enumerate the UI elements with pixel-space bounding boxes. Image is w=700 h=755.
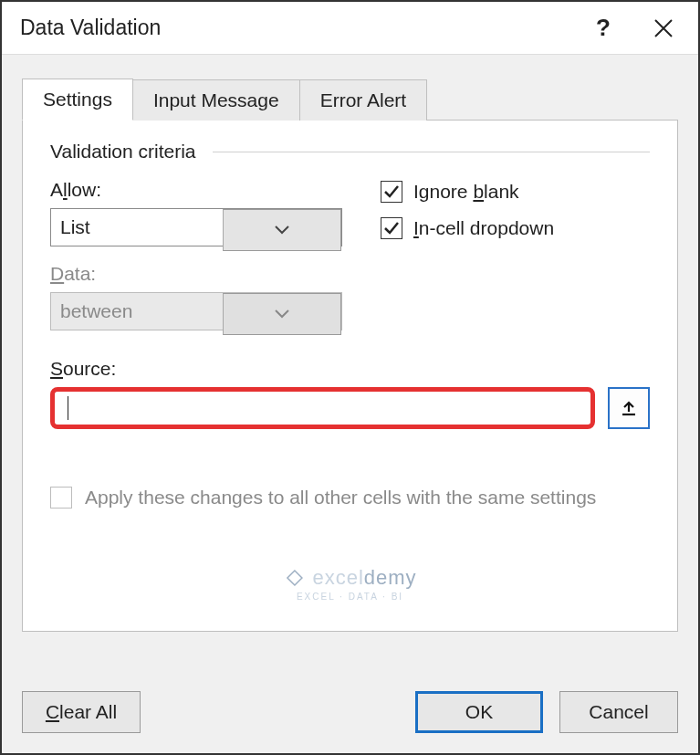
ignore-blank-checkbox[interactable]: Ignore blank (381, 181, 650, 203)
tab-label: Input Message (153, 89, 279, 110)
collapse-dialog-icon (620, 399, 638, 417)
chevron-down-icon (275, 309, 289, 319)
ok-button[interactable]: OK (415, 691, 543, 733)
chk-u: b (473, 181, 484, 202)
allow-combo-value: List (51, 209, 223, 246)
allow-label-pre: A (50, 179, 63, 200)
source-label-post: ource: (63, 358, 116, 379)
data-label: Data: (50, 263, 360, 285)
fieldset-line (213, 152, 650, 152)
range-picker-button[interactable] (608, 387, 650, 429)
data-label-post: ata: (64, 263, 96, 284)
source-input[interactable] (50, 387, 595, 429)
ignore-blank-label: Ignore blank (413, 181, 519, 203)
data-validation-dialog: Data Validation ? Settings Input Message… (0, 0, 700, 755)
chevron-down-icon (275, 225, 289, 235)
data-label-u: D (50, 263, 64, 284)
apply-same-checkbox: Apply these changes to all other cells w… (50, 484, 650, 510)
source-label-u: S (50, 358, 63, 379)
checkbox-box (381, 181, 402, 203)
btn-post: lear All (59, 701, 117, 723)
data-combo-value: between (51, 293, 223, 330)
text-caret (68, 396, 68, 420)
tab-input-message[interactable]: Input Message (133, 79, 300, 121)
tab-label: Settings (43, 89, 112, 110)
data-combo: between (50, 292, 342, 330)
clear-all-button[interactable]: Clear All (22, 691, 141, 733)
incell-dropdown-label: In-cell dropdown (413, 217, 554, 239)
chk-pre: Ignore (413, 181, 473, 202)
btn-u: C (46, 701, 59, 723)
close-button[interactable] (638, 3, 689, 54)
tab-settings[interactable]: Settings (22, 79, 133, 121)
checkbox-box (381, 217, 402, 239)
allow-label-post: low: (68, 179, 101, 200)
validation-fieldset: Validation criteria Allow: List (50, 141, 650, 510)
data-combo-button (223, 293, 341, 335)
dialog-body: Settings Input Message Error Alert Valid… (2, 55, 698, 676)
chk-post: n-cell dropdown (419, 217, 554, 238)
tab-row: Settings Input Message Error Alert (22, 77, 678, 121)
checkmark-icon (383, 220, 400, 236)
allow-combo[interactable]: List (50, 208, 342, 246)
chk-post: lank (484, 181, 519, 202)
allow-label: Allow: (50, 179, 360, 201)
cancel-button[interactable]: Cancel (559, 691, 678, 733)
dialog-title: Data Validation (20, 16, 578, 40)
tab-label: Error Alert (320, 89, 407, 110)
titlebar: Data Validation ? (2, 2, 698, 55)
btn-label: OK (465, 701, 493, 723)
close-icon (653, 18, 674, 38)
help-button[interactable]: ? (578, 3, 629, 54)
tab-error-alert[interactable]: Error Alert (300, 79, 428, 121)
incell-dropdown-checkbox[interactable]: In-cell dropdown (381, 217, 650, 239)
apply-same-label: Apply these changes to all other cells w… (85, 484, 596, 510)
btn-label: Cancel (589, 701, 648, 723)
checkbox-box (50, 487, 72, 509)
tab-panel-settings: Validation criteria Allow: List (22, 121, 678, 632)
fieldset-legend: Validation criteria (50, 141, 205, 163)
allow-combo-button[interactable] (223, 209, 341, 251)
checkmark-icon (383, 184, 400, 200)
source-label: Source: (50, 358, 650, 380)
source-group: Source: (50, 358, 650, 429)
dialog-footer: Clear All OK Cancel (2, 676, 698, 753)
